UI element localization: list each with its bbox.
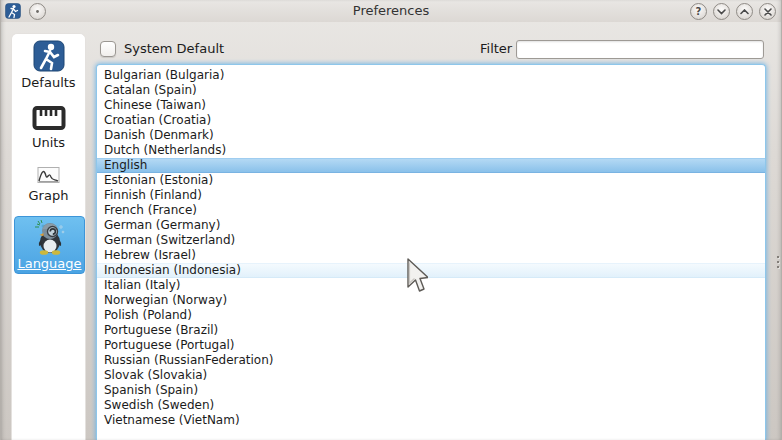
ruler-icon <box>32 104 66 132</box>
language-row[interactable]: Portuguese (Portugal) <box>97 338 765 353</box>
help-icon: ? <box>696 6 702 17</box>
shade-button[interactable] <box>713 3 730 20</box>
language-row[interactable]: Norwegian (Norway) <box>97 293 765 308</box>
system-default-label: System Default <box>124 41 224 56</box>
window-title: Preferences <box>0 3 782 18</box>
language-row-selected[interactable]: English <box>97 158 765 173</box>
preferences-dialog: Preferences ? Defaults Units <box>0 0 782 440</box>
language-row[interactable]: Croatian (Croatia) <box>97 113 765 128</box>
filter-input[interactable] <box>516 40 764 59</box>
language-row[interactable]: Finnish (Finland) <box>97 188 765 203</box>
tux-diver-icon <box>31 218 69 256</box>
language-row[interactable]: Italian (Italy) <box>97 278 765 293</box>
close-icon <box>764 8 772 16</box>
chevron-down-icon <box>717 9 726 15</box>
hiker-icon <box>33 40 65 72</box>
language-row[interactable]: Spanish (Spain) <box>97 383 765 398</box>
sidebar-item-label: Graph <box>12 188 85 203</box>
language-row[interactable]: French (France) <box>97 203 765 218</box>
sidebar-item-units[interactable]: Units <box>12 104 85 150</box>
sidebar-item-label: Units <box>12 135 85 150</box>
graph-icon <box>37 165 61 185</box>
chevron-up-icon <box>740 9 749 15</box>
close-button[interactable] <box>759 3 776 20</box>
language-row[interactable]: Swedish (Sweden) <box>97 398 765 413</box>
maximize-button[interactable] <box>736 3 753 20</box>
settings-category-list: Defaults Units Graph <box>11 33 86 440</box>
sidebar-item-graph[interactable]: Graph <box>12 165 85 203</box>
language-row[interactable]: Polish (Poland) <box>97 308 765 323</box>
language-row[interactable]: Bulgarian (Bulgaria) <box>97 68 765 83</box>
system-default-checkbox[interactable] <box>100 41 116 57</box>
language-row[interactable]: Chinese (Taiwan) <box>97 98 765 113</box>
language-row[interactable]: Russian (RussianFederation) <box>97 353 765 368</box>
language-row[interactable]: Portuguese (Brazil) <box>97 323 765 338</box>
sidebar-item-defaults[interactable]: Defaults <box>12 40 85 90</box>
language-row[interactable]: German (Germany) <box>97 218 765 233</box>
language-row[interactable]: Hebrew (Israel) <box>97 248 765 263</box>
language-row[interactable]: Dutch (Netherlands) <box>97 143 765 158</box>
language-row[interactable]: Slovak (Slovakia) <box>97 368 765 383</box>
titlebar[interactable]: Preferences ? <box>0 0 782 22</box>
language-row[interactable]: Catalan (Spain) <box>97 83 765 98</box>
sidebar-item-label: Defaults <box>12 75 85 90</box>
window-resize-grip[interactable] <box>777 256 780 271</box>
sidebar-item-label: Language <box>15 256 84 271</box>
language-row[interactable]: Danish (Denmark) <box>97 128 765 143</box>
sidebar-item-language[interactable]: Language <box>14 216 85 274</box>
language-row[interactable]: German (Switzerland) <box>97 233 765 248</box>
filter-label: Filter <box>480 41 512 56</box>
language-list: Bulgarian (Bulgaria) Catalan (Spain) Chi… <box>96 64 766 440</box>
language-row[interactable]: Vietnamese (VietNam) <box>97 413 765 428</box>
help-button[interactable]: ? <box>690 3 707 20</box>
language-row[interactable]: Estonian (Estonia) <box>97 173 765 188</box>
language-row-hovered[interactable]: Indonesian (Indonesia) <box>97 263 765 278</box>
